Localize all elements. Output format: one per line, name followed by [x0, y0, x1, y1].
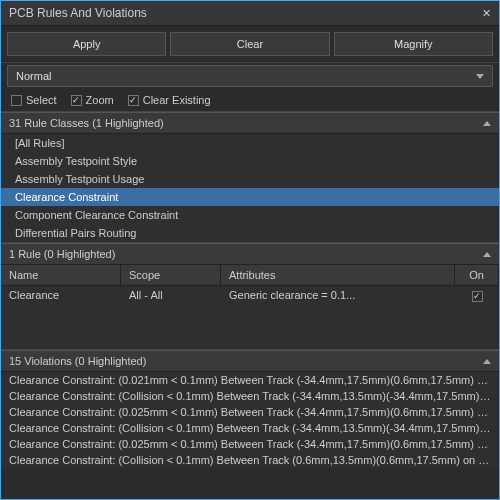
zoom-checkbox[interactable]: ✓ Zoom [71, 94, 114, 106]
dropdown-value: Normal [16, 70, 51, 82]
clear-existing-checkbox[interactable]: ✓ Clear Existing [128, 94, 211, 106]
checkbox-icon: ✓ [472, 291, 483, 302]
violation-item[interactable]: Clearance Constraint: (0.021mm < 0.1mm) … [1, 372, 499, 388]
checkbox-icon [11, 95, 22, 106]
rule-class-item[interactable]: Clearance Constraint [1, 188, 499, 206]
chevron-down-icon [476, 74, 484, 79]
chevron-up-icon[interactable] [483, 252, 491, 257]
col-attributes[interactable]: Attributes [221, 265, 455, 285]
rule-classes-header: 31 Rule Classes (1 Highlighted) [1, 112, 499, 134]
violations-list[interactable]: Clearance Constraint: (0.021mm < 0.1mm) … [1, 372, 499, 468]
rules-section-header: 1 Rule (0 Highlighted) [1, 243, 499, 265]
apply-button[interactable]: Apply [7, 32, 166, 56]
chevron-up-icon[interactable] [483, 121, 491, 126]
violation-item[interactable]: Clearance Constraint: (Collision < 0.1mm… [1, 420, 499, 436]
window-title: PCB Rules And Violations [9, 6, 147, 20]
col-scope[interactable]: Scope [121, 265, 221, 285]
rule-class-item[interactable]: Assembly Testpoint Usage [1, 170, 499, 188]
titlebar: PCB Rules And Violations ✕ [1, 1, 499, 26]
checkbox-icon: ✓ [128, 95, 139, 106]
clear-button[interactable]: Clear [170, 32, 329, 56]
rule-class-item[interactable]: Differential Pairs Routing [1, 224, 499, 242]
rules-list[interactable]: ClearanceAll - AllGeneric clearance = 0.… [1, 286, 499, 326]
chevron-up-icon[interactable] [483, 359, 491, 364]
highlight-mode-dropdown[interactable]: Normal [7, 65, 493, 87]
spacer [1, 326, 499, 350]
rule-class-item[interactable]: [All Rules] [1, 134, 499, 152]
select-checkbox[interactable]: Select [11, 94, 57, 106]
violations-header: 15 Violations (0 Highlighted) [1, 350, 499, 372]
rule-class-item[interactable]: Component Clearance Constraint [1, 206, 499, 224]
rule-class-item[interactable]: Assembly Testpoint Style [1, 152, 499, 170]
col-on[interactable]: On [455, 265, 499, 285]
violation-item[interactable]: Clearance Constraint: (0.025mm < 0.1mm) … [1, 404, 499, 420]
rule-classes-list[interactable]: [All Rules]Assembly Testpoint StyleAssem… [1, 134, 499, 243]
violation-item[interactable]: Clearance Constraint: (0.025mm < 0.1mm) … [1, 436, 499, 452]
options-row: Select ✓ Zoom ✓ Clear Existing [1, 89, 499, 112]
violation-item[interactable]: Clearance Constraint: (Collision < 0.1mm… [1, 452, 499, 468]
rules-columns: Name Scope Attributes On [1, 265, 499, 286]
toolbar: Apply Clear Magnify [1, 26, 499, 63]
violation-item[interactable]: Clearance Constraint: (Collision < 0.1mm… [1, 388, 499, 404]
magnify-button[interactable]: Magnify [334, 32, 493, 56]
checkbox-icon: ✓ [71, 95, 82, 106]
rule-row[interactable]: ClearanceAll - AllGeneric clearance = 0.… [1, 286, 499, 305]
close-icon[interactable]: ✕ [482, 7, 491, 20]
col-name[interactable]: Name [1, 265, 121, 285]
